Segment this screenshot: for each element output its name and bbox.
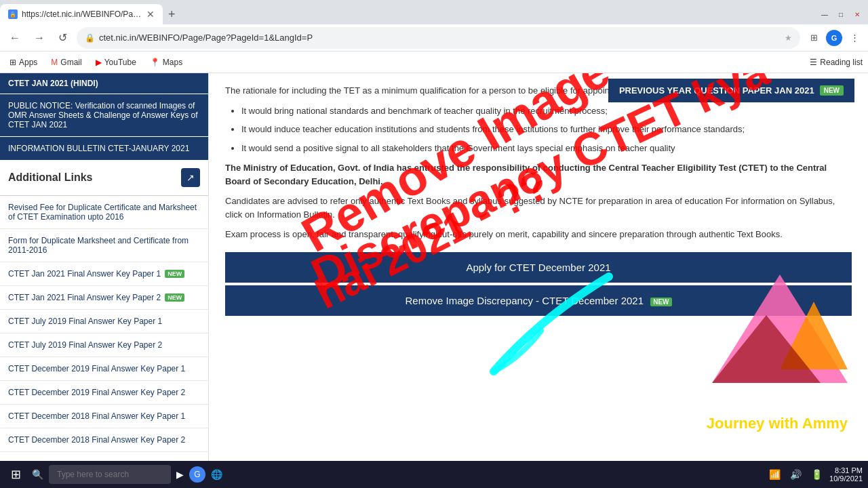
back-btn[interactable]: ← <box>5 29 24 47</box>
sidebar-link-0[interactable]: Revised Fee for Duplicate Certificate an… <box>0 196 208 229</box>
tab-favicon: 🔒 <box>8 9 18 19</box>
taskbar-chrome-icon[interactable]: G <box>189 466 205 483</box>
reading-list-icon: ☰ <box>810 58 817 67</box>
sidebar-link-2-row: CTET Jan 2021 Final Answer Key Paper 1 N… <box>8 269 200 279</box>
maximize-btn[interactable]: □ <box>835 9 846 20</box>
time-display: 8:31 PM <box>829 466 863 474</box>
taskbar-youtube-icon[interactable]: ▶ <box>174 468 186 481</box>
sidebar-link-8[interactable]: CTET December 2018 Final Answer Key Pape… <box>0 405 208 428</box>
sidebar-top-item[interactable]: CTET JAN 2021 (HINDI) <box>0 73 208 94</box>
reload-btn[interactable]: ↺ <box>54 28 71 47</box>
tab-close-btn[interactable]: ✕ <box>146 9 155 20</box>
taskbar-edge-icon[interactable]: 🌐 <box>208 468 225 481</box>
sidebar-link-3[interactable]: CTET Jan 2021 Final Answer Key Paper 2 N… <box>0 286 208 310</box>
extensions-icon[interactable]: ⊞ <box>806 30 822 46</box>
close-btn[interactable]: ✕ <box>852 9 863 20</box>
sidebar-notice[interactable]: PUBLIC NOTICE: Verification of scanned I… <box>0 94 208 136</box>
youtube-bookmark[interactable]: ▶ YouTube <box>92 56 140 68</box>
bullet-2: It would induce teacher education instit… <box>241 123 852 136</box>
apps-bookmark[interactable]: ⊞ Apps <box>5 56 41 68</box>
apps-label: Apps <box>19 58 37 67</box>
youtube-label: YouTube <box>104 58 136 67</box>
maps-icon: 📍 <box>150 58 160 67</box>
date-display: 10/9/2021 <box>829 474 863 483</box>
bookmarks-bar: ⊞ Apps M Gmail ▶ YouTube 📍 Maps ☰ Readin… <box>0 52 868 73</box>
prev-year-new-badge: NEW <box>820 85 844 96</box>
nav-bar: ← → ↺ 🔒 ctet.nic.in/WEBINFO/Page/Page?Pa… <box>0 24 868 52</box>
taskbar-search-input[interactable] <box>49 465 171 484</box>
bullet-3: It would send a positive signal to all s… <box>241 142 852 155</box>
search-taskbar-btn[interactable]: 🔍 <box>29 468 46 481</box>
prev-year-text: PREVIOUS YEAR QUESTION PAPER JAN 2021 <box>619 85 814 96</box>
tab-bar: 🔒 https://ctet.nic.in/WEBINFO/Page/... ✕… <box>0 0 868 24</box>
maps-bookmark[interactable]: 📍 Maps <box>146 56 186 68</box>
sidebar: CTET JAN 2021 (HINDI) PUBLIC NOTICE: Ver… <box>0 73 209 466</box>
new-tab-btn[interactable]: + <box>163 7 181 22</box>
wifi-icon: 📶 <box>766 468 783 481</box>
menu-icon[interactable]: ⋮ <box>846 30 863 46</box>
sidebar-info[interactable]: INFORMATION BULLETIN CTET-JANUARY 2021 <box>0 137 208 160</box>
window-controls: — □ ✕ <box>819 9 868 20</box>
tab-title: https://ctet.nic.in/WEBINFO/Page/... <box>22 9 142 19</box>
sidebar-link-4[interactable]: CTET July 2019 Final Answer Key Paper 1 <box>0 310 208 333</box>
volume-icon: 🔊 <box>787 468 804 481</box>
youtube-icon: ▶ <box>96 58 102 67</box>
remove-discrepancy-btn[interactable]: Remove Image Discrepancy - CTET December… <box>225 285 852 316</box>
sidebar-link-6[interactable]: CTET December 2019 Final Answer Key Pape… <box>0 357 208 381</box>
main-area: CTET JAN 2021 (HINDI) PUBLIC NOTICE: Ver… <box>0 73 868 466</box>
action-buttons: Apply for CTET December 2021 Remove Imag… <box>225 252 852 316</box>
new-badge-3: NEW <box>165 293 184 302</box>
minimize-btn[interactable]: — <box>819 9 830 20</box>
bullet-list: It would bring national standards and be… <box>225 104 852 155</box>
apps-icon: ⊞ <box>9 58 16 67</box>
reading-list-btn[interactable]: ☰ Reading list <box>810 58 863 67</box>
nav-icons: ⊞ G ⋮ <box>806 30 863 46</box>
sidebar-link-1[interactable]: Form for Duplicate Marksheet and Certifi… <box>0 229 208 262</box>
prev-year-box[interactable]: PREVIOUS YEAR QUESTION PAPER JAN 2021 NE… <box>608 79 854 102</box>
journey-text: Journey with Ammy <box>707 415 848 432</box>
sidebar-link-9[interactable]: CTET December 2018 Final Answer Key Pape… <box>0 428 208 452</box>
profile-icon[interactable]: G <box>826 30 842 46</box>
address-text: ctet.nic.in/WEBINFO/Page/Page?PageId=1&L… <box>99 33 781 43</box>
taskbar-time: 8:31 PM 10/9/2021 <box>829 466 863 483</box>
maps-label: Maps <box>163 58 182 67</box>
taskbar-right-icons: 📶 🔊 🔋 8:31 PM 10/9/2021 <box>766 466 863 483</box>
para-3: Exam process is open, fair and transpare… <box>225 228 852 241</box>
bullet-1: It would bring national standards and be… <box>241 104 852 118</box>
svg-marker-2 <box>712 315 821 383</box>
gmail-bookmark[interactable]: M Gmail <box>47 56 85 68</box>
new-badge-2: NEW <box>165 270 184 278</box>
address-bar[interactable]: 🔒 ctet.nic.in/WEBINFO/Page/Page?PageId=1… <box>77 27 800 49</box>
reading-list-label: Reading list <box>820 58 863 67</box>
active-tab[interactable]: 🔒 https://ctet.nic.in/WEBINFO/Page/... ✕ <box>0 4 163 24</box>
additional-links-title: Additional Links <box>8 171 92 184</box>
forward-btn[interactable]: → <box>30 29 49 47</box>
links-icon-btn[interactable]: ↗ <box>181 168 200 187</box>
battery-icon: 🔋 <box>808 468 825 481</box>
para-2: Candidates are advised to refer only aut… <box>225 195 852 221</box>
sidebar-link-3-row: CTET Jan 2021 Final Answer Key Paper 2 N… <box>8 293 200 302</box>
start-btn[interactable]: ⊞ <box>5 464 26 485</box>
bold-para: The Ministry of Education, Govt. of Indi… <box>225 161 852 188</box>
sidebar-link-2[interactable]: CTET Jan 2021 Final Answer Key Paper 1 N… <box>0 262 208 286</box>
gmail-label: Gmail <box>60 58 81 67</box>
sidebar-link-5[interactable]: CTET July 2019 Final Answer Key Paper 2 <box>0 333 208 357</box>
additional-links-header: Additional Links ↗ <box>0 160 208 196</box>
main-content: PREVIOUS YEAR QUESTION PAPER JAN 2021 NE… <box>209 73 868 466</box>
gmail-icon: M <box>51 58 58 67</box>
remove-btn-badge: NEW <box>650 298 671 306</box>
sidebar-links-list: Revised Fee for Duplicate Certificate an… <box>0 196 208 452</box>
sidebar-link-7[interactable]: CTET December 2019 Final Answer Key Pape… <box>0 381 208 405</box>
apply-btn[interactable]: Apply for CTET December 2021 <box>225 252 852 283</box>
browser-chrome: 🔒 https://ctet.nic.in/WEBINFO/Page/... ✕… <box>0 0 868 73</box>
taskbar: ⊞ 🔍 ▶ G 🌐 📶 🔊 🔋 8:31 PM 10/9/2021 <box>0 461 868 488</box>
